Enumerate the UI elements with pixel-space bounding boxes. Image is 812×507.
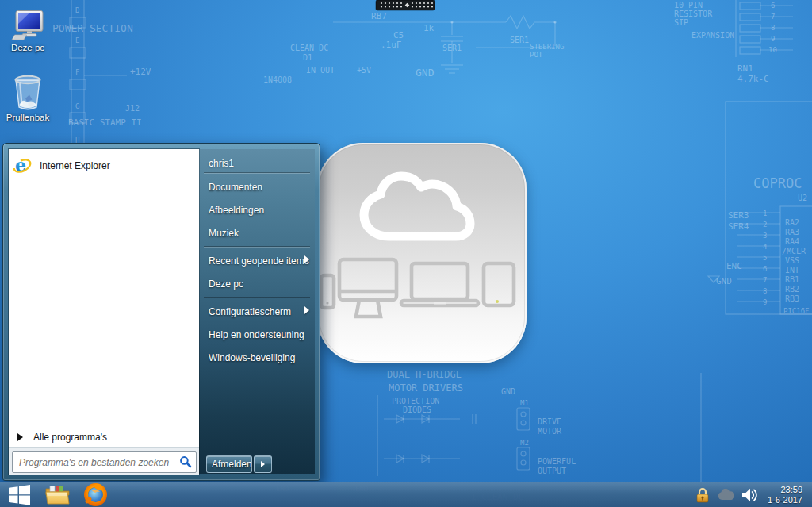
svg-text:DUAL H-BRIDGE: DUAL H-BRIDGE xyxy=(387,369,462,380)
all-programs-arrow-icon xyxy=(17,433,23,441)
svg-text:J12: J12 xyxy=(125,104,140,113)
svg-text:OUTPUT: OUTPUT xyxy=(538,467,566,475)
taskbar: 23:59 1-6-2017 xyxy=(0,482,812,507)
svg-text:1k: 1k xyxy=(423,23,435,33)
search-strip xyxy=(9,447,199,475)
start-menu-item-control-panel[interactable]: Configuratiescherm xyxy=(199,299,315,322)
taskbar-clock[interactable]: 23:59 1-6-2017 xyxy=(768,485,802,505)
logoff-button[interactable]: Afmelden xyxy=(206,455,252,473)
firefox-button[interactable] xyxy=(79,482,111,507)
svg-text:6: 6 xyxy=(763,265,767,273)
svg-text:MOTOR: MOTOR xyxy=(538,427,562,436)
start-menu-item-this-pc[interactable]: Deze pc xyxy=(199,271,315,294)
svg-text:BASIC STAMP II: BASIC STAMP II xyxy=(68,117,142,128)
program-label: Internet Explorer xyxy=(40,160,110,171)
divider xyxy=(204,297,310,298)
svg-text:8: 8 xyxy=(763,287,767,295)
start-menu-item-recent-items[interactable]: Recent geopende items xyxy=(199,248,315,271)
svg-text:2: 2 xyxy=(763,221,767,229)
svg-text:3: 3 xyxy=(763,232,767,240)
svg-text:VSS: VSS xyxy=(785,256,799,265)
divider xyxy=(204,246,310,248)
start-menu-item-help-support[interactable]: Help en ondersteuning xyxy=(199,322,315,345)
svg-text:INT: INT xyxy=(785,266,799,275)
svg-text:9: 9 xyxy=(771,35,775,43)
svg-text:M1: M1 xyxy=(520,399,529,407)
divider xyxy=(15,424,193,424)
svg-text:STEERING: STEERING xyxy=(530,43,564,51)
svg-text:RN1: RN1 xyxy=(737,63,753,74)
start-menu-user-name[interactable]: chris1 xyxy=(209,155,234,172)
clock-time: 23:59 xyxy=(768,485,802,495)
start-menu-item-music[interactable]: Muziek xyxy=(199,221,315,244)
svg-text:SER4: SER4 xyxy=(728,221,749,232)
cloud-app-icon[interactable] xyxy=(317,143,527,363)
desktop-icon-label: Prullenbak xyxy=(2,113,54,123)
svg-text:PROTECTION: PROTECTION xyxy=(392,397,439,405)
folder-icon xyxy=(45,485,70,505)
internet-explorer-icon: e xyxy=(13,156,32,175)
logoff-controls: Afmelden xyxy=(206,455,272,473)
logoff-arrow-icon xyxy=(261,461,265,467)
svg-text:D: D xyxy=(75,6,79,14)
start-button[interactable] xyxy=(5,482,33,507)
cloud-tray-icon[interactable] xyxy=(718,489,734,501)
svg-text:M2: M2 xyxy=(520,439,529,447)
start-menu-item-pictures[interactable]: Afbeeldingen xyxy=(199,198,315,221)
search-input[interactable] xyxy=(17,453,175,471)
recycle-bin-icon xyxy=(10,73,46,111)
svg-text:SIP: SIP xyxy=(674,18,688,27)
desktop-icon-label: Deze pc xyxy=(2,43,54,53)
search-icon[interactable] xyxy=(179,455,192,468)
svg-text:RB3: RB3 xyxy=(785,294,799,303)
svg-text:RB7: RB7 xyxy=(371,11,387,21)
svg-text:10 PIN: 10 PIN xyxy=(674,1,703,10)
svg-text:MOTOR DRIVERS: MOTOR DRIVERS xyxy=(389,382,463,394)
start-menu-item-internet-explorer[interactable]: e Internet Explorer xyxy=(9,153,199,179)
start-menu-places-panel: chris1 Documenten Afbeeldingen Muziek Re… xyxy=(199,149,315,474)
svg-text:D1: D1 xyxy=(303,53,312,62)
svg-text:POT: POT xyxy=(530,51,543,59)
svg-text:POWERFUL: POWERFUL xyxy=(538,457,576,466)
svg-text:GND: GND xyxy=(416,67,435,79)
logoff-options-button[interactable] xyxy=(254,455,272,473)
windows-logo-icon xyxy=(9,485,30,505)
svg-text:POWER SECTION: POWER SECTION xyxy=(52,22,133,34)
svg-text:DIODES: DIODES xyxy=(403,405,431,414)
search-box xyxy=(12,451,197,473)
svg-text:SER1: SER1 xyxy=(442,44,462,52)
svg-text:+5V: +5V xyxy=(357,66,371,75)
svg-text:5: 5 xyxy=(763,254,767,262)
file-explorer-button[interactable] xyxy=(41,482,73,507)
svg-text:ENC: ENC xyxy=(726,261,742,271)
svg-text:GND: GND xyxy=(501,387,515,396)
start-menu-item-windows-security[interactable]: Windows-beveiliging xyxy=(199,345,315,368)
lock-icon[interactable] xyxy=(695,487,710,503)
svg-text:6: 6 xyxy=(771,2,775,10)
all-programs-button[interactable]: Alle programma's xyxy=(9,427,199,447)
start-menu-item-documents[interactable]: Documenten xyxy=(199,175,315,198)
svg-text:CLEAN DC: CLEAN DC xyxy=(290,44,328,52)
svg-text:4: 4 xyxy=(763,243,767,251)
svg-text:E: E xyxy=(75,36,79,44)
svg-text:8: 8 xyxy=(771,24,775,32)
submenu-arrow-icon xyxy=(304,306,309,314)
divider xyxy=(204,172,310,174)
start-menu-programs-panel: e Internet Explorer Alle programma's xyxy=(9,149,199,474)
devices-icon xyxy=(321,259,514,317)
svg-text:U2: U2 xyxy=(798,194,807,202)
svg-text:COPROC: COPROC xyxy=(753,175,802,191)
wallpaper-chip-connector xyxy=(376,0,435,10)
svg-text:RA3: RA3 xyxy=(785,228,799,236)
svg-text:1: 1 xyxy=(763,209,767,217)
svg-text:PIC16F: PIC16F xyxy=(783,307,810,315)
desktop-icon-recycle-bin[interactable]: Prullenbak xyxy=(2,73,54,123)
svg-text:+12V: +12V xyxy=(130,67,151,77)
clock-date: 1-6-2017 xyxy=(768,495,802,505)
svg-text:SER3: SER3 xyxy=(728,210,749,221)
volume-icon[interactable] xyxy=(742,488,757,502)
svg-text:IN OUT: IN OUT xyxy=(306,66,335,75)
desktop-icon-this-pc[interactable]: Deze pc xyxy=(2,10,54,53)
cloud-icon xyxy=(364,176,470,236)
svg-text:9: 9 xyxy=(763,298,767,306)
